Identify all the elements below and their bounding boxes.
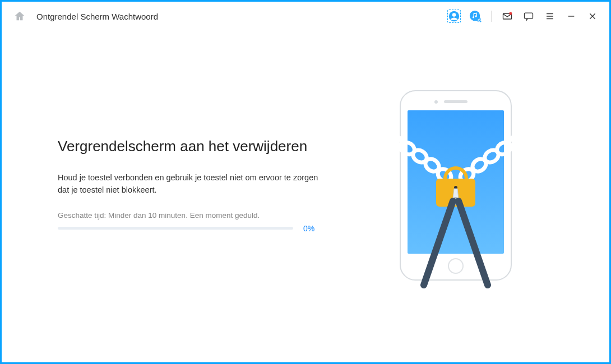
svg-point-2 <box>470 11 480 21</box>
lock-icon <box>436 175 475 207</box>
account-icon[interactable] <box>447 10 461 23</box>
mail-icon[interactable] <box>501 10 514 23</box>
phone-home-button <box>448 258 464 274</box>
music-search-icon[interactable] <box>469 10 482 23</box>
svg-point-1 <box>452 13 456 17</box>
svg-line-6 <box>480 21 481 22</box>
progress-bar <box>58 227 293 230</box>
phone-speaker <box>444 100 467 103</box>
page-title: Ontgrendel Scherm Wachtwoord <box>36 12 158 21</box>
svg-point-8 <box>509 12 512 15</box>
svg-point-4 <box>475 15 476 17</box>
status-panel: Vergrendelscherm aan het verwijderen Hou… <box>58 138 349 233</box>
illustration <box>383 90 529 281</box>
feedback-icon[interactable] <box>522 10 535 23</box>
titlebar-divider <box>491 11 492 22</box>
status-description: Houd je toestel verbonden en gebruik je … <box>58 172 321 197</box>
phone-camera <box>434 100 438 104</box>
title-bar-right <box>447 10 599 23</box>
close-button[interactable] <box>586 10 599 23</box>
minimize-button[interactable] <box>564 10 578 23</box>
eta-text: Geschatte tijd: Minder dan 10 minuten. E… <box>58 211 349 220</box>
title-bar-left: Ontgrendel Scherm Wachtwoord <box>13 10 158 23</box>
home-icon[interactable] <box>13 10 26 23</box>
svg-point-3 <box>473 16 474 18</box>
phone-illustration <box>400 90 512 281</box>
title-bar: Ontgrendel Scherm Wachtwoord <box>2 2 609 31</box>
menu-icon[interactable] <box>543 10 557 23</box>
svg-rect-9 <box>525 13 533 18</box>
app-window: Ontgrendel Scherm Wachtwoord <box>0 0 611 364</box>
progress-row: 0% <box>58 224 349 233</box>
main-content: Vergrendelscherm aan het verwijderen Hou… <box>2 31 609 362</box>
status-heading: Vergrendelscherm aan het verwijderen <box>58 138 349 155</box>
progress-percent: 0% <box>303 224 314 233</box>
